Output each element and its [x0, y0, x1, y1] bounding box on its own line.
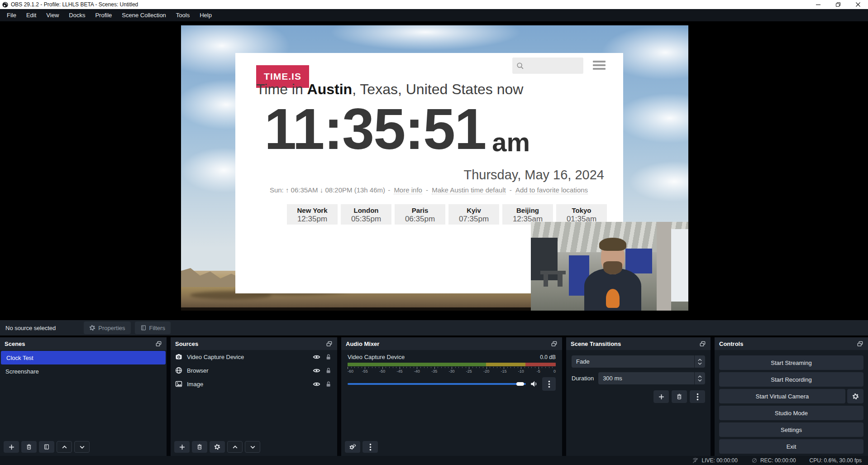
menu-tools[interactable]: Tools	[171, 9, 195, 21]
eye-icon[interactable]	[313, 367, 320, 374]
city-card: New York12:35pm	[287, 204, 338, 225]
source-item-browser[interactable]: Browser	[171, 364, 337, 377]
mixer-menu-button[interactable]	[362, 441, 378, 453]
meter-tick-labels: -60 -55 -50 -45 -40 -35 -30 -25 -20 -15 …	[348, 369, 556, 374]
camera-icon	[175, 353, 182, 360]
remove-scene-button[interactable]	[21, 441, 37, 453]
duration-spinbox[interactable]: 300 ms	[598, 372, 705, 384]
lock-icon[interactable]	[325, 367, 332, 374]
live-icon	[692, 457, 699, 464]
transition-select[interactable]: Fade	[572, 355, 705, 368]
lock-icon[interactable]	[325, 381, 332, 388]
start-streaming-button[interactable]: Start Streaming	[719, 355, 863, 370]
volume-slider-handle[interactable]	[516, 382, 524, 386]
scene-filters-button[interactable]	[39, 441, 54, 453]
gear-icon	[89, 325, 95, 331]
add-transition-button[interactable]	[653, 390, 669, 403]
kebab-icon	[369, 443, 372, 451]
menu-bar: File Edit View Docks Profile Scene Colle…	[0, 9, 868, 21]
popout-icon[interactable]	[551, 340, 558, 347]
popout-icon[interactable]	[326, 340, 333, 347]
heading-city: Austin	[307, 81, 353, 97]
scene-transitions-panel: Scene Transitions Fade Duration 300 ms	[566, 337, 711, 456]
add-favorite-link: Add to favorite locations	[515, 186, 588, 194]
source-item-video-capture[interactable]: Video Capture Device	[171, 350, 337, 364]
rec-icon	[751, 457, 758, 464]
mixer-channel-menu-button[interactable]	[542, 377, 556, 391]
speaker-icon[interactable]	[530, 380, 538, 388]
eye-icon[interactable]	[313, 353, 320, 361]
popout-icon[interactable]	[155, 340, 162, 347]
cpu-status: CPU: 0.6%, 30.00 fps	[810, 457, 862, 464]
scene-item-clock-test[interactable]: Clock Test	[1, 351, 166, 364]
properties-button[interactable]: Properties	[84, 321, 130, 334]
preview-video[interactable]: TIME.IS Time in Austin, Texas, United St…	[181, 25, 688, 311]
transition-selected-value: Fade	[572, 358, 694, 365]
scene-transitions-body: Fade Duration 300 ms	[566, 350, 711, 456]
close-button[interactable]	[848, 0, 868, 9]
filters-button[interactable]: Filters	[135, 321, 171, 334]
preview-canvas: TIME.IS Time in Austin, Texas, United St…	[0, 21, 868, 320]
menu-view[interactable]: View	[41, 9, 64, 21]
live-status: LIVE: 00:00:00	[692, 457, 737, 464]
add-source-button[interactable]	[174, 441, 190, 453]
studio-mode-button[interactable]: Studio Mode	[719, 406, 863, 420]
source-context-bar: No source selected Properties Filters	[0, 320, 868, 336]
down-icon	[698, 379, 702, 382]
sources-list: Video Capture Device Browser Image	[171, 350, 337, 438]
webcam-table-leg	[544, 274, 548, 287]
move-scene-down-button[interactable]	[74, 441, 90, 453]
settings-button[interactable]: Settings	[719, 422, 863, 437]
globe-icon	[175, 367, 182, 374]
popout-icon[interactable]	[857, 340, 863, 347]
remove-source-button[interactable]	[192, 441, 207, 453]
trash-icon	[676, 393, 682, 400]
popout-icon[interactable]	[699, 340, 706, 347]
maximize-button[interactable]	[828, 0, 848, 9]
move-scene-up-button[interactable]	[57, 441, 72, 453]
webcam-overlay[interactable]	[531, 222, 688, 311]
more-info-link: More info	[394, 186, 422, 194]
time-value: 11:35:51	[264, 100, 486, 158]
eye-icon[interactable]	[313, 380, 320, 388]
kebab-icon	[696, 393, 699, 401]
search-input	[512, 58, 583, 74]
up-icon	[62, 444, 67, 450]
mixer-level-db: 0.0 dB	[540, 354, 556, 360]
city-card: Kyiv07:35pm	[448, 204, 499, 225]
menu-profile[interactable]: Profile	[90, 9, 117, 21]
source-properties-button[interactable]	[210, 441, 225, 453]
minimize-button[interactable]	[808, 0, 828, 9]
exit-button[interactable]: Exit	[719, 439, 863, 454]
image-icon	[175, 380, 182, 388]
scene-item-screenshare[interactable]: Screenshare	[0, 364, 167, 378]
remove-transition-button[interactable]	[672, 390, 687, 403]
audio-mixer-header: Audio Mixer	[341, 337, 562, 350]
source-item-image[interactable]: Image	[171, 377, 337, 391]
menu-docks[interactable]: Docks	[64, 9, 90, 21]
window-title: OBS 29.1.2 - Profile: LLHLS BETA - Scene…	[11, 1, 138, 8]
start-virtual-camera-button[interactable]: Start Virtual Camera	[719, 389, 845, 403]
heading-prefix: Time in	[256, 81, 307, 97]
heading-suffix: , Texas, United States now	[352, 81, 523, 97]
lock-icon[interactable]	[325, 354, 332, 360]
sources-header: Sources	[171, 337, 337, 350]
virtual-camera-config-button[interactable]	[847, 389, 863, 403]
menu-help[interactable]: Help	[195, 9, 217, 21]
move-source-down-button[interactable]	[245, 441, 260, 453]
volume-slider[interactable]	[348, 383, 526, 385]
down-icon	[79, 444, 85, 450]
duration-value: 300 ms	[598, 375, 694, 382]
advanced-audio-button[interactable]	[345, 441, 360, 453]
menu-scene-collection[interactable]: Scene Collection	[117, 9, 171, 21]
time-meridiem: am	[492, 129, 530, 155]
filter-icon	[43, 444, 50, 450]
start-recording-button[interactable]: Start Recording	[719, 372, 863, 387]
menu-edit[interactable]: Edit	[21, 9, 41, 21]
move-source-up-button[interactable]	[227, 441, 243, 453]
page-title: Time in Austin, Texas, United States now	[256, 81, 523, 98]
scene-transitions-header: Scene Transitions	[566, 337, 711, 350]
menu-file[interactable]: File	[2, 9, 21, 21]
add-scene-button[interactable]	[4, 441, 19, 453]
transition-menu-button[interactable]	[690, 390, 705, 403]
